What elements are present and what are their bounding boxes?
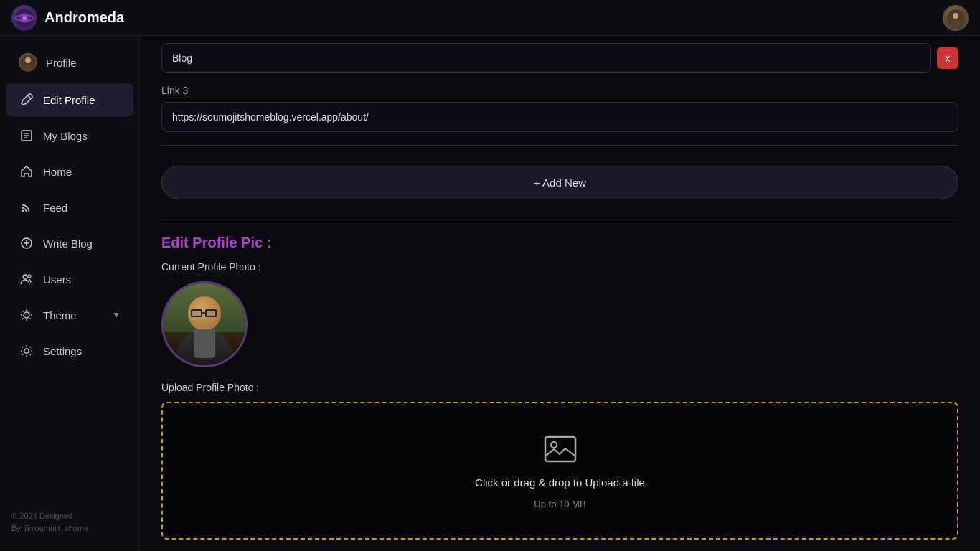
profile-avatar-icon xyxy=(19,53,37,72)
feed-icon xyxy=(19,199,34,215)
users-icon xyxy=(19,271,34,287)
sidebar-label-settings: Settings xyxy=(43,345,82,357)
svg-point-19 xyxy=(23,275,27,279)
sidebar-label-write-blog: Write Blog xyxy=(43,237,93,250)
current-photo-label: Current Profile Photo : xyxy=(161,261,958,273)
svg-point-2 xyxy=(22,16,27,20)
main-content: x Link 3 + Add New Edit Profile Pic : Cu… xyxy=(140,36,980,551)
sidebar-label-home: Home xyxy=(43,166,72,178)
theme-icon xyxy=(19,307,34,323)
remove-x-icon: x xyxy=(946,52,951,64)
upload-sub-text: Up to 10 MB xyxy=(534,499,585,509)
sidebar-label-users: Users xyxy=(43,273,71,286)
app-title: Andromeda xyxy=(44,9,124,26)
sidebar-footer: © 2024 Designed By @soumojit_shome xyxy=(0,501,139,544)
footer-line2: By @soumojit_shome xyxy=(11,522,128,535)
sidebar-item-edit-profile[interactable]: Edit Profile xyxy=(6,83,133,116)
edit-icon xyxy=(19,92,34,108)
link3-input-wrapper xyxy=(161,102,958,132)
footer-line1: © 2024 Designed xyxy=(11,510,128,523)
my-blogs-icon xyxy=(19,128,34,143)
home-icon xyxy=(19,164,34,179)
blog-input[interactable] xyxy=(161,43,931,73)
link3-input[interactable] xyxy=(161,102,958,132)
sidebar-label-my-blogs: My Blogs xyxy=(43,130,88,142)
upload-dropzone[interactable]: Click or drag & drop to Upload a file Up… xyxy=(161,402,958,540)
sidebar-label-profile: Profile xyxy=(46,57,77,69)
current-profile-photo xyxy=(161,281,248,367)
link3-row: Link 3 xyxy=(161,85,958,132)
svg-point-24 xyxy=(551,442,557,448)
sidebar-item-settings[interactable]: Settings xyxy=(6,334,133,367)
edit-profile-pic-title: Edit Profile Pic : xyxy=(161,235,958,251)
sidebar-item-home[interactable]: Home xyxy=(6,155,133,188)
sidebar-label-edit-profile: Edit Profile xyxy=(43,94,95,106)
header: Andromeda xyxy=(0,0,980,36)
blog-link-row: x xyxy=(161,43,958,73)
sidebar-item-theme[interactable]: Theme ▼ xyxy=(6,298,133,331)
svg-rect-23 xyxy=(545,437,575,461)
svg-point-8 xyxy=(25,57,31,63)
header-logo-avatar xyxy=(11,5,37,31)
upload-image-icon xyxy=(543,432,578,466)
add-new-button[interactable]: + Add New xyxy=(161,166,958,199)
svg-point-21 xyxy=(24,312,29,318)
sidebar-label-feed: Feed xyxy=(43,202,67,214)
sidebar: Profile Edit Profile My Bl xyxy=(0,36,140,551)
sidebar-label-theme: Theme xyxy=(43,309,77,321)
sidebar-item-profile[interactable]: Profile xyxy=(6,44,133,80)
svg-point-5 xyxy=(953,13,958,19)
header-left: Andromeda xyxy=(11,5,124,31)
settings-icon xyxy=(19,343,34,359)
upload-main-text: Click or drag & drop to Upload a file xyxy=(475,476,645,489)
chevron-down-icon: ▼ xyxy=(112,310,121,320)
svg-point-15 xyxy=(22,210,24,212)
remove-blog-button[interactable]: x xyxy=(937,47,958,69)
sidebar-item-write-blog[interactable]: Write Blog xyxy=(6,227,133,260)
upload-label: Upload Profile Photo : xyxy=(161,382,958,393)
divider2 xyxy=(161,220,958,220)
svg-point-20 xyxy=(28,275,31,278)
add-new-label: + Add New xyxy=(534,176,586,189)
blog-input-wrapper: x xyxy=(161,43,958,73)
svg-point-22 xyxy=(24,349,29,353)
sidebar-item-feed[interactable]: Feed xyxy=(6,191,133,224)
profile-photo-inner xyxy=(164,283,245,365)
sidebar-item-users[interactable]: Users xyxy=(6,263,133,296)
divider1 xyxy=(161,145,958,146)
user-avatar-header[interactable] xyxy=(943,5,969,31)
sidebar-item-my-blogs[interactable]: My Blogs xyxy=(6,119,133,152)
link3-label: Link 3 xyxy=(161,85,958,96)
svg-line-10 xyxy=(28,95,32,99)
main-layout: Profile Edit Profile My Bl xyxy=(0,36,980,551)
write-blog-icon xyxy=(19,235,34,251)
